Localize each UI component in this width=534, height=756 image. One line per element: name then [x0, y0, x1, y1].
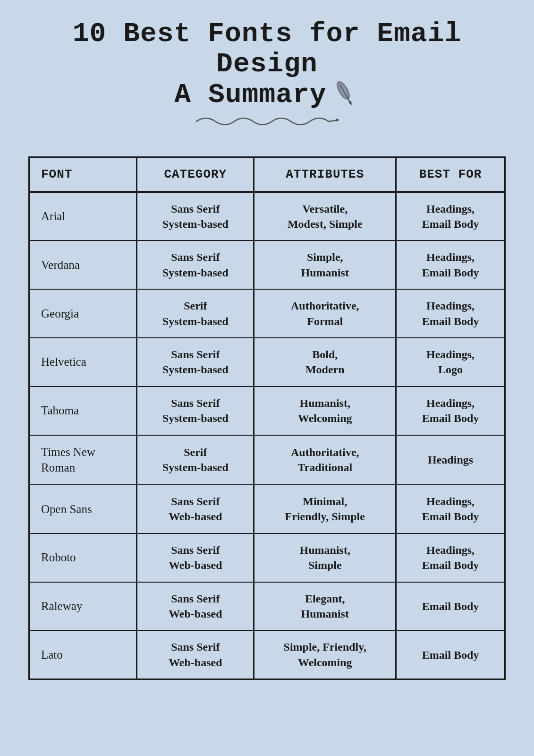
attributes-cell: Minimal,Friendly, Simple: [254, 485, 396, 533]
category-cell: Sans SerifSystem-based: [137, 192, 254, 241]
category-cell: Sans SerifWeb-based: [137, 582, 254, 631]
attributes-cell: Simple,Humanist: [254, 241, 396, 289]
title-line2: A Summary: [174, 79, 326, 110]
table-row: Open SansSans SerifWeb-basedMinimal,Frie…: [30, 485, 504, 533]
table-row: TahomaSans SerifSystem-basedHumanist,Wel…: [30, 387, 504, 435]
font-name-cell: Tahoma: [30, 387, 137, 435]
category-cell: Sans SerifSystem-based: [137, 241, 254, 289]
category-cell: Sans SerifSystem-based: [137, 338, 254, 387]
best-for-cell: Headings,Email Body: [396, 533, 504, 582]
table-row: VerdanaSans SerifSystem-basedSimple,Huma…: [30, 241, 504, 289]
best-for-cell: Email Body: [396, 630, 504, 679]
col-category: CATEGORY: [137, 158, 254, 192]
category-cell: SerifSystem-based: [137, 289, 254, 338]
category-cell: Sans SerifWeb-based: [137, 485, 254, 533]
category-cell: Sans SerifSystem-based: [137, 387, 254, 435]
table-row: GeorgiaSerifSystem-basedAuthoritative,Fo…: [30, 289, 504, 338]
font-name-cell: Helvetica: [30, 338, 137, 387]
font-name-cell: Times NewRoman: [30, 435, 137, 485]
table-header-row: FONT CATEGORY ATTRIBUTES BEST FOR: [30, 158, 504, 192]
font-name-cell: Raleway: [30, 582, 137, 631]
attributes-cell: Authoritative,Traditional: [254, 435, 396, 485]
col-best-for: BEST FOR: [396, 158, 504, 192]
font-name-cell: Lato: [30, 630, 137, 679]
font-name-cell: Roboto: [30, 533, 137, 582]
table-row: RalewaySans SerifWeb-basedElegant,Humani…: [30, 582, 504, 631]
table-row: ArialSans SerifSystem-basedVersatile,Mod…: [30, 192, 504, 241]
svg-point-4: [336, 119, 339, 121]
attributes-cell: Elegant,Humanist: [254, 582, 396, 631]
attributes-cell: Versatile,Modest, Simple: [254, 192, 396, 241]
best-for-cell: Headings: [396, 435, 504, 485]
font-name-cell: Georgia: [30, 289, 137, 338]
font-name-cell: Arial: [30, 192, 137, 241]
table-row: RobotoSans SerifWeb-basedHumanist,Simple…: [30, 533, 504, 582]
font-name-cell: Open Sans: [30, 485, 137, 533]
best-for-cell: Email Body: [396, 582, 504, 631]
attributes-cell: Authoritative,Formal: [254, 289, 396, 338]
table-row: LatoSans SerifWeb-basedSimple, Friendly,…: [30, 630, 504, 679]
page-header: 10 Best Fonts for Email Design A Summary: [28, 19, 506, 128]
category-cell: Sans SerifWeb-based: [137, 533, 254, 582]
font-name-cell: Verdana: [30, 241, 137, 289]
col-font: FONT: [30, 158, 137, 192]
attributes-cell: Bold,Modern: [254, 338, 396, 387]
best-for-cell: Headings,Email Body: [396, 485, 504, 533]
best-for-cell: Headings,Email Body: [396, 289, 504, 338]
best-for-cell: Headings,Email Body: [396, 387, 504, 435]
fonts-table-wrapper: FONT CATEGORY ATTRIBUTES BEST FOR ArialS…: [28, 156, 506, 680]
col-attributes: ATTRIBUTES: [254, 158, 396, 192]
category-cell: SerifSystem-based: [137, 435, 254, 485]
best-for-cell: Headings,Email Body: [396, 241, 504, 289]
fonts-table: FONT CATEGORY ATTRIBUTES BEST FOR ArialS…: [30, 158, 504, 679]
best-for-cell: Headings,Logo: [396, 338, 504, 387]
category-cell: Sans SerifWeb-based: [137, 630, 254, 679]
best-for-cell: Headings,Email Body: [396, 192, 504, 241]
title-line1: 10 Best Fonts for Email Design: [28, 19, 506, 79]
attributes-cell: Humanist,Welcoming: [254, 387, 396, 435]
pen-icon: [331, 80, 360, 109]
table-row: Times NewRomanSerifSystem-basedAuthorita…: [30, 435, 504, 485]
squiggle-decoration: [28, 113, 506, 128]
table-row: HelveticaSans SerifSystem-basedBold,Mode…: [30, 338, 504, 387]
attributes-cell: Humanist,Simple: [254, 533, 396, 582]
attributes-cell: Simple, Friendly,Welcoming: [254, 630, 396, 679]
